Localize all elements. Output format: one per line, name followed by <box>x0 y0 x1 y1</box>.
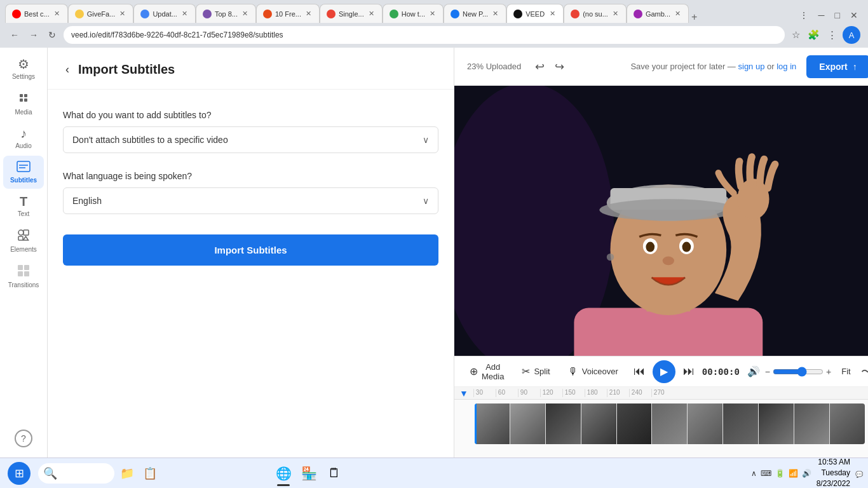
tab-close-1[interactable]: ✕ <box>53 8 61 19</box>
export-button[interactable]: Export ↑ <box>806 55 868 78</box>
tray-arrow[interactable]: ∧ <box>751 469 757 478</box>
split-button[interactable]: ✂ Split <box>517 362 555 381</box>
taskbar-app-edge[interactable]: 🌐 <box>273 463 294 484</box>
extension-button[interactable]: 🧩 <box>806 27 822 43</box>
add-track-button[interactable]: + <box>865 403 868 417</box>
settings-button[interactable]: ⋮ <box>825 27 839 43</box>
tab-1[interactable]: Best c... ✕ <box>5 4 68 23</box>
zoom-slider[interactable] <box>773 367 824 377</box>
close-window-button[interactable]: ✕ <box>845 8 863 23</box>
tab-menu-button[interactable]: ⋮ <box>794 8 813 23</box>
tab-close-6[interactable]: ✕ <box>367 8 376 19</box>
tab-10[interactable]: (no su... ✕ <box>564 4 627 23</box>
tab-4[interactable]: Top 8... ✕ <box>196 4 256 23</box>
tab-favicon-5 <box>263 10 272 18</box>
zoom-out-button[interactable]: − <box>765 367 770 377</box>
taskbar-app-store[interactable]: 🏪 <box>299 463 319 484</box>
svg-rect-9 <box>18 236 23 240</box>
tab-favicon-6 <box>327 10 336 18</box>
tab-close-2[interactable]: ✕ <box>118 8 126 19</box>
minimize-button[interactable]: ─ <box>813 8 830 23</box>
sign-up-link[interactable]: sign up <box>738 62 765 71</box>
playhead <box>475 403 477 444</box>
file-explorer-button[interactable]: 📁 <box>117 463 137 484</box>
tab-2[interactable]: GiveFa... ✕ <box>68 4 134 23</box>
save-text-label: Save your project for later — <box>630 62 735 71</box>
tab-favicon-4 <box>203 10 212 18</box>
tab-8[interactable]: New P... ✕ <box>444 4 506 23</box>
sidebar-item-subtitles[interactable]: Subtitles <box>3 156 44 189</box>
sidebar: ⚙ Settings Media ♪ Audio Subtitles T Tex… <box>0 48 48 458</box>
timeline-video-track[interactable] <box>475 403 865 444</box>
task-view-button[interactable]: 📋 <box>140 463 160 484</box>
volume-icon[interactable]: 🔊 <box>747 365 760 377</box>
skip-back-button[interactable]: ⏮ <box>631 362 648 381</box>
tab-11[interactable]: Gamb... ✕ <box>627 4 689 23</box>
bookmark-button[interactable]: ☆ <box>790 27 802 43</box>
log-in-link[interactable]: log in <box>776 62 796 71</box>
tab-close-11[interactable]: ✕ <box>674 8 682 19</box>
tab-close-3[interactable]: ✕ <box>180 8 189 19</box>
url-bar[interactable]: veed.io/edit/f783d6be-9226-40df-8c21-7d5… <box>64 26 785 44</box>
waveform-button[interactable]: 〜 <box>861 364 868 379</box>
add-media-button[interactable]: ⊕ Add Media <box>465 358 509 385</box>
voiceover-button[interactable]: 🎙 Voiceover <box>563 362 623 381</box>
sidebar-item-audio[interactable]: ♪ Audio <box>3 122 44 154</box>
forward-button[interactable]: → <box>27 27 41 43</box>
tab-7[interactable]: How t... ✕ <box>383 4 444 23</box>
tab-title-6: Single... <box>339 10 364 18</box>
tab-3[interactable]: Updat... ✕ <box>133 4 196 23</box>
start-button[interactable]: ⊞ <box>8 462 31 485</box>
volume-tray-icon[interactable]: 🔊 <box>802 469 811 478</box>
thumb-8 <box>723 403 758 444</box>
timeline-controls: ⊕ Add Media ✂ Split 🎙 Voiceover ⏮ ▶ ⏭ 00… <box>454 356 868 387</box>
svg-point-23 <box>599 199 737 220</box>
sidebar-help-button[interactable]: ? <box>10 424 37 452</box>
subtitle-attach-select[interactable]: Don't attach subtitles to a specific vid… <box>63 126 438 153</box>
sidebar-item-text[interactable]: T Text <box>3 190 44 222</box>
panel-back-button[interactable]: ‹ <box>63 60 72 79</box>
sidebar-item-media[interactable]: Media <box>3 86 44 121</box>
maximize-button[interactable]: □ <box>830 8 845 23</box>
sidebar-item-elements[interactable]: Elements <box>3 224 44 258</box>
tab-close-9[interactable]: ✕ <box>548 8 557 19</box>
search-taskbar-button[interactable]: 🔍 <box>38 463 114 484</box>
sidebar-item-settings[interactable]: ⚙ Settings <box>3 53 44 85</box>
taskbar-app-notepad[interactable]: 🗒 <box>324 463 344 484</box>
zoom-in-button[interactable]: + <box>826 367 831 377</box>
sidebar-item-transitions[interactable]: Transitions <box>3 259 44 294</box>
tab-close-4[interactable]: ✕ <box>241 8 249 19</box>
tab-close-10[interactable]: ✕ <box>611 8 620 19</box>
refresh-button[interactable]: ↻ <box>46 27 58 43</box>
undo-button[interactable]: ↩ <box>531 56 548 78</box>
ruler-mark-150: 150 <box>562 389 585 397</box>
tab-9[interactable]: VEED ✕ <box>506 4 564 23</box>
import-subtitles-button[interactable]: Import Subtitles <box>63 234 438 266</box>
tab-close-5[interactable]: ✕ <box>304 8 313 19</box>
tab-6[interactable]: Single... ✕ <box>320 4 383 23</box>
tab-5[interactable]: 10 Fre... ✕ <box>256 4 320 23</box>
skip-forward-button[interactable]: ⏭ <box>681 362 697 381</box>
panel-title: Import Subtitles <box>78 62 175 77</box>
back-button[interactable]: ← <box>8 27 22 43</box>
language-label: What language is being spoken? <box>63 171 438 181</box>
ruler-mark-60: 60 <box>496 389 518 397</box>
profile-button[interactable]: A <box>843 26 860 44</box>
tab-close-7[interactable]: ✕ <box>428 8 437 19</box>
play-button[interactable]: ▶ <box>653 360 675 383</box>
tab-title-10: (no su... <box>583 10 608 18</box>
language-select[interactable]: English ∨ <box>63 187 438 214</box>
taskbar-time[interactable]: 10:53 AM Tuesday 8/23/2022 <box>817 457 850 488</box>
tab-close-8[interactable]: ✕ <box>491 8 499 19</box>
new-tab-button[interactable]: + <box>691 11 697 23</box>
ruler-mark-120: 120 <box>540 389 562 397</box>
redo-button[interactable]: ↪ <box>551 56 568 78</box>
filter-icon[interactable]: ▼ <box>454 388 473 398</box>
undo-redo: ↩ ↪ <box>531 56 568 78</box>
notification-area[interactable]: 💬 <box>855 468 860 479</box>
save-text: Save your project for later — sign up or… <box>630 62 796 71</box>
add-media-label: Add Media <box>482 362 504 381</box>
notification-icon: 💬 <box>855 471 863 478</box>
fit-button[interactable]: Fit <box>836 364 855 379</box>
svg-rect-3 <box>24 98 27 102</box>
